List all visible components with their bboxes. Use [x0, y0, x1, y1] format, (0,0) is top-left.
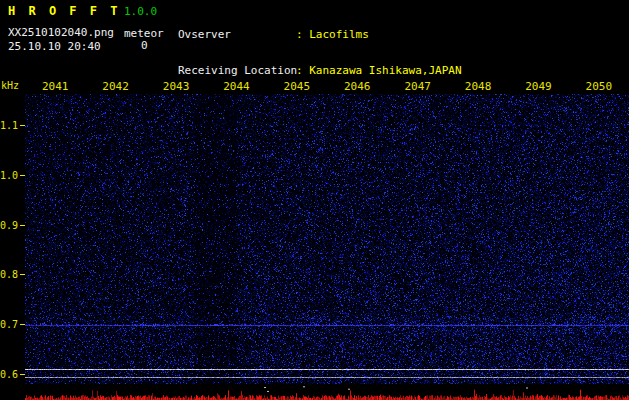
time-axis: 2041 2042 2043 2044 2045 2046 2047 2048 …: [25, 80, 629, 93]
location-label: Receiving Location: [178, 65, 296, 77]
time-tick-label: 2050: [569, 80, 629, 93]
time-tick-label: 2049: [508, 80, 568, 93]
app-title: H R O F F T: [8, 4, 120, 18]
meteor-count: 0: [141, 39, 148, 52]
freq-tick-label: 0.6: [0, 369, 17, 381]
time-tick-label: 2046: [327, 80, 387, 93]
app-version: 1.0.0: [124, 5, 157, 18]
level-meter-canvas: [25, 384, 629, 400]
time-tick-label: 2045: [267, 80, 327, 93]
date-time: 25.10.10 20:40: [8, 40, 101, 53]
spectrogram-canvas: [25, 94, 629, 384]
time-tick-label: 2041: [25, 80, 85, 93]
info-row-location: Receiving Location: Kanazawa Ishikawa,JA…: [178, 65, 462, 77]
info-row-observer: Ovserver: Lacofilms: [178, 29, 462, 41]
freq-tick-label: 1.0: [0, 170, 17, 182]
time-tick-label: 2044: [206, 80, 266, 93]
hrofft-screen: H R O F F T 1.0.0 XX2510102040.png meteo…: [0, 0, 629, 400]
time-tick-label: 2043: [146, 80, 206, 93]
observer-label: Ovserver: [178, 29, 296, 41]
freq-tick-label: 0.7: [0, 319, 17, 331]
time-tick-label: 2047: [387, 80, 447, 93]
freq-tick-label: 1.1: [0, 120, 17, 132]
location-value: : Kanazawa Ishikawa,JAPAN: [296, 64, 462, 77]
observer-value: : Lacofilms: [296, 28, 369, 41]
freq-tick-label: 0.8: [0, 269, 17, 281]
freq-tick-label: 0.9: [0, 220, 17, 232]
time-tick-label: 2048: [448, 80, 508, 93]
output-filename: XX2510102040.png: [8, 26, 114, 39]
freq-axis-unit: kHz: [1, 80, 19, 91]
time-tick-label: 2042: [85, 80, 145, 93]
